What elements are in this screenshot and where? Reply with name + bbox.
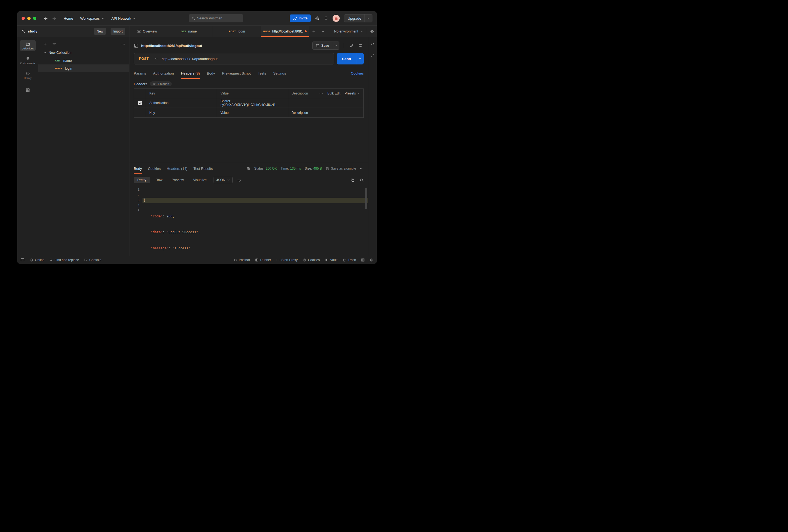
- table-more-icon[interactable]: [319, 92, 323, 95]
- globe-icon[interactable]: [246, 166, 250, 171]
- header-description[interactable]: [288, 98, 363, 107]
- comments-icon[interactable]: [357, 44, 364, 48]
- copy-icon[interactable]: [351, 178, 355, 182]
- response-tab-cookies[interactable]: Cookies: [148, 163, 161, 174]
- avatar[interactable]: [333, 15, 340, 22]
- save-button-group: Save: [312, 41, 340, 50]
- filter-icon[interactable]: [52, 42, 56, 46]
- console-button[interactable]: Console: [84, 258, 101, 262]
- method-select[interactable]: POST: [134, 57, 162, 61]
- response-tab-body[interactable]: Body: [134, 163, 142, 174]
- start-proxy-button[interactable]: Start Proxy: [276, 258, 298, 262]
- tab-headers[interactable]: Headers (8): [181, 68, 200, 79]
- tab-get-name[interactable]: GET name: [165, 26, 213, 37]
- environment-quicklook-icon[interactable]: [367, 26, 377, 37]
- upgrade-button[interactable]: Upgrade: [344, 14, 372, 22]
- wrap-text-icon[interactable]: [237, 178, 241, 182]
- tab-settings[interactable]: Settings: [273, 68, 286, 79]
- key-placeholder[interactable]: Key: [146, 108, 217, 117]
- search-response-icon[interactable]: [360, 178, 364, 182]
- rail-history[interactable]: History: [20, 70, 36, 81]
- value-placeholder[interactable]: Value: [217, 108, 288, 117]
- save-as-example-button[interactable]: Save as example: [326, 166, 356, 171]
- help-icon[interactable]: [370, 258, 374, 262]
- back-icon[interactable]: [43, 16, 48, 21]
- invite-button[interactable]: Invite: [290, 15, 311, 22]
- search-input[interactable]: [197, 16, 241, 20]
- response-meta: Status: 200 OK Time: 135 ms Size: 485 B: [246, 163, 364, 174]
- response-tab-headers[interactable]: Headers (14): [167, 163, 188, 174]
- settings-gear-icon[interactable]: [315, 16, 319, 20]
- header-key[interactable]: Authorization: [146, 98, 217, 107]
- rail-more-tools[interactable]: [20, 86, 36, 94]
- request-item-get-name[interactable]: GET name: [38, 57, 129, 64]
- tab-params[interactable]: Params: [134, 68, 146, 79]
- tab-overview[interactable]: Overview: [130, 26, 165, 37]
- header-value[interactable]: Bearer eyJ0eXAiOiJKV1QiLCJhbGciOiJIUzI1.…: [217, 98, 288, 107]
- new-button[interactable]: New: [94, 28, 106, 35]
- code-snippet-icon[interactable]: [371, 41, 375, 46]
- runner-play-icon: [255, 258, 259, 262]
- row-checkbox[interactable]: [138, 101, 142, 105]
- toggle-sidebar-icon[interactable]: [20, 258, 24, 262]
- more-actions-icon[interactable]: [121, 42, 125, 46]
- vault-button[interactable]: Vault: [324, 258, 337, 262]
- rail-collections[interactable]: Collections: [20, 40, 36, 51]
- tab-authorization[interactable]: Authorization: [153, 68, 174, 79]
- tab-body[interactable]: Body: [207, 68, 215, 79]
- tab-post-login[interactable]: POST login: [213, 26, 261, 37]
- import-button[interactable]: Import: [111, 28, 125, 35]
- description-placeholder[interactable]: Description: [288, 108, 363, 117]
- expand-panel-icon[interactable]: [371, 53, 375, 58]
- forward-icon[interactable]: [51, 16, 57, 21]
- nav-home[interactable]: Home: [64, 16, 73, 20]
- hidden-headers-toggle[interactable]: 7 hidden: [150, 81, 172, 86]
- workspace-name[interactable]: study: [28, 29, 37, 33]
- runner-button[interactable]: Runner: [255, 258, 271, 262]
- request-item-post-login[interactable]: POST login: [38, 64, 129, 72]
- zoom-button[interactable]: [33, 17, 36, 20]
- nav-api-network[interactable]: API Network: [112, 16, 136, 20]
- close-button[interactable]: [22, 17, 25, 20]
- view-preview[interactable]: Preview: [168, 177, 187, 183]
- trash-button[interactable]: Trash: [342, 258, 356, 262]
- send-options-button[interactable]: [356, 53, 364, 64]
- collection-item[interactable]: New Collection: [38, 48, 129, 57]
- time-indicator: Time: 135 ms: [281, 166, 301, 171]
- new-tab-icon[interactable]: [309, 26, 319, 37]
- tab-tests[interactable]: Tests: [258, 68, 266, 79]
- rail-environments[interactable]: Environments: [20, 55, 36, 66]
- global-search[interactable]: [189, 14, 243, 22]
- bulk-edit-button[interactable]: Bulk Edit: [328, 92, 340, 95]
- nav-workspaces[interactable]: Workspaces: [80, 16, 104, 20]
- tab-prerequest-script[interactable]: Pre-request Script: [222, 68, 251, 79]
- add-collection-icon[interactable]: [43, 42, 47, 46]
- cookies-link[interactable]: Cookies: [351, 68, 364, 79]
- send-button[interactable]: Send: [337, 53, 356, 64]
- rename-pencil-icon[interactable]: [349, 44, 355, 48]
- tab-post-logout-active[interactable]: POST http://localhost:8081: [261, 26, 309, 37]
- view-pretty[interactable]: Pretty: [134, 177, 150, 183]
- headers-count: (8): [196, 71, 200, 75]
- minimize-button[interactable]: [27, 17, 31, 20]
- response-more-icon[interactable]: [360, 166, 364, 171]
- scrollbar-thumb[interactable]: [365, 188, 367, 209]
- cookies-button[interactable]: Cookies: [302, 258, 320, 262]
- save-button[interactable]: Save: [313, 42, 332, 50]
- save-options-button[interactable]: [332, 42, 339, 50]
- tab-list-chevron-icon[interactable]: [319, 26, 328, 37]
- presets-button[interactable]: Presets: [344, 92, 360, 95]
- format-select[interactable]: JSON: [214, 177, 233, 183]
- postbot-button[interactable]: Postbot: [234, 258, 250, 262]
- response-tab-test-results[interactable]: Test Results: [193, 163, 213, 174]
- find-and-replace[interactable]: Find and replace: [50, 258, 79, 262]
- online-status[interactable]: Online: [29, 258, 44, 262]
- notifications-bell-icon[interactable]: [324, 16, 328, 20]
- view-raw[interactable]: Raw: [152, 177, 166, 183]
- main-nav: Home Workspaces API Network: [64, 16, 136, 20]
- url-input[interactable]: [162, 57, 334, 61]
- sidebar-rail: Collections Environments History: [17, 37, 38, 256]
- layout-grid-icon[interactable]: [361, 258, 365, 262]
- environment-selector[interactable]: No environment: [331, 26, 367, 37]
- view-visualize[interactable]: Visualize: [190, 177, 210, 183]
